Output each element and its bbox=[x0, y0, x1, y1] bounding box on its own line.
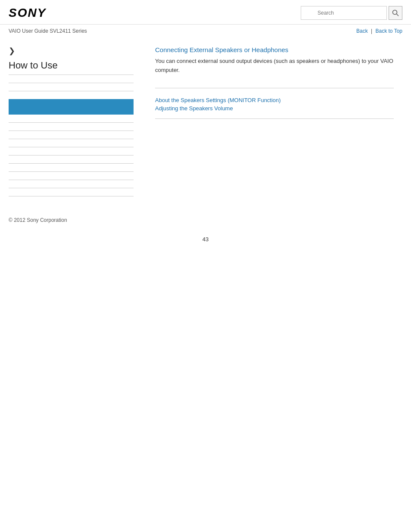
sidebar-active-item[interactable] bbox=[9, 99, 134, 115]
nav-separator: | bbox=[371, 28, 372, 34]
back-link[interactable]: Back bbox=[356, 28, 368, 34]
sidebar-divider-8 bbox=[9, 163, 134, 164]
chevron-icon: ❯ bbox=[9, 46, 134, 56]
svg-point-0 bbox=[393, 10, 397, 15]
sidebar-divider-6 bbox=[9, 147, 134, 147]
sidebar-divider-9 bbox=[9, 171, 134, 172]
page-header: SONY bbox=[0, 0, 411, 25]
sub-link-1[interactable]: About the Speakers Settings (MONITOR Fun… bbox=[155, 97, 394, 103]
search-icon bbox=[392, 9, 399, 16]
sub-link-2[interactable]: Adjusting the Speakers Volume bbox=[155, 105, 394, 112]
sidebar: ❯ How to Use bbox=[9, 37, 142, 204]
sidebar-divider-2 bbox=[9, 91, 134, 91]
main-container: ❯ How to Use Connecting External Speaker… bbox=[0, 37, 411, 204]
copyright: © 2012 Sony Corporation bbox=[9, 217, 67, 223]
section1-description: You can connect external sound output de… bbox=[155, 57, 394, 75]
section-block-2: About the Speakers Settings (MONITOR Fun… bbox=[155, 97, 394, 112]
sidebar-title: How to Use bbox=[9, 60, 134, 75]
section1-title[interactable]: Connecting External Speakers or Headphon… bbox=[155, 46, 288, 53]
sidebar-divider-7 bbox=[9, 155, 134, 156]
sub-header: VAIO User Guide SVL2411 Series Back | Ba… bbox=[0, 25, 411, 37]
sidebar-divider-5 bbox=[9, 139, 134, 139]
sidebar-divider-11 bbox=[9, 188, 134, 188]
sidebar-divider-1 bbox=[9, 83, 134, 83]
sidebar-divider-4 bbox=[9, 131, 134, 131]
nav-links: Back | Back to Top bbox=[356, 28, 402, 34]
sidebar-divider-10 bbox=[9, 180, 134, 180]
search-button[interactable] bbox=[389, 6, 402, 20]
svg-line-1 bbox=[397, 14, 399, 16]
footer: © 2012 Sony Corporation bbox=[0, 204, 411, 227]
sony-logo: SONY bbox=[9, 6, 46, 20]
guide-title: VAIO User Guide SVL2411 Series bbox=[9, 28, 87, 34]
search-input[interactable] bbox=[316, 9, 385, 17]
section-divider bbox=[155, 88, 394, 88]
page-number: 43 bbox=[0, 227, 411, 247]
section-block-1: Connecting External Speakers or Headphon… bbox=[155, 46, 394, 75]
back-to-top-link[interactable]: Back to Top bbox=[376, 28, 402, 34]
content-area: Connecting External Speakers or Headphon… bbox=[142, 37, 402, 204]
section-divider-2 bbox=[155, 118, 394, 119]
sidebar-divider-12 bbox=[9, 196, 134, 196]
sidebar-divider-3 bbox=[9, 122, 134, 123]
search-box bbox=[301, 6, 387, 20]
